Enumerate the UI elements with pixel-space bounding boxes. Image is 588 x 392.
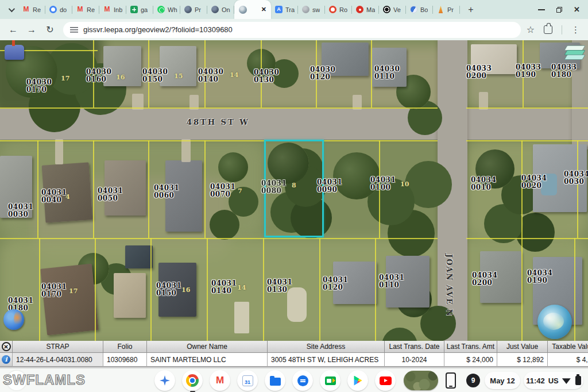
col-just-value: Just Value bbox=[497, 341, 548, 353]
address-bar[interactable]: gissvr.leepa.org/geoview2/?folioid=10309… bbox=[63, 22, 521, 38]
globe-large-icon[interactable] bbox=[537, 305, 572, 339]
mailbox-marker-icon bbox=[5, 45, 24, 60]
parcel-line bbox=[466, 238, 588, 239]
gmail-icon: M bbox=[103, 6, 111, 13]
tab-close-icon[interactable]: ✕ bbox=[261, 6, 266, 13]
tab-ro[interactable]: Ro bbox=[325, 0, 352, 19]
parcel-label: 04030 0150 bbox=[142, 68, 169, 83]
back-button[interactable]: ← bbox=[6, 22, 21, 37]
tab-search-button[interactable] bbox=[3, 2, 18, 17]
tab-active-geoview[interactable]: ✕ bbox=[234, 0, 271, 19]
col-site-address: Site Address bbox=[268, 341, 385, 353]
tab-gmail-re-1[interactable]: MRe bbox=[18, 0, 45, 19]
swflamls-watermark: SWFLAMLS bbox=[3, 372, 86, 388]
bookmark-star-icon[interactable]: ☆ bbox=[527, 24, 535, 35]
lot-number: 16 bbox=[116, 74, 125, 81]
gmail-app-icon[interactable]: M bbox=[210, 370, 230, 391]
files-app-icon[interactable] bbox=[265, 370, 285, 391]
forward-button[interactable]: → bbox=[24, 22, 39, 37]
battery-icon bbox=[575, 376, 581, 385]
parcel-line bbox=[93, 140, 94, 238]
minimize-button[interactable] bbox=[538, 9, 545, 10]
parcel-label: 04033 0190 bbox=[516, 64, 542, 79]
globe-icon bbox=[184, 6, 192, 13]
extensions-icon[interactable] bbox=[544, 25, 552, 34]
restore-button[interactable] bbox=[556, 7, 562, 13]
col-strap: STRAP bbox=[13, 341, 103, 353]
tab-translate[interactable]: ATra bbox=[271, 0, 298, 19]
parcel-label: 04031 0120 bbox=[323, 276, 349, 291]
lot-number: 16 bbox=[181, 286, 190, 294]
tab-label: Re bbox=[87, 6, 95, 13]
browser-menu-icon[interactable]: ⋮ bbox=[571, 25, 580, 35]
play-triangle-icon bbox=[353, 376, 363, 386]
parcel-label: 04030 0160 bbox=[86, 68, 113, 83]
reload-button[interactable]: ↻ bbox=[42, 22, 57, 37]
lot-number: 8 bbox=[292, 182, 296, 189]
date-pill[interactable]: May 12 bbox=[485, 372, 520, 389]
messages-app-icon[interactable] bbox=[292, 370, 313, 391]
status-tray[interactable]: 11:42 US bbox=[524, 372, 583, 389]
assistant-app-icon[interactable] bbox=[154, 370, 175, 391]
col-folio: Folio bbox=[103, 341, 147, 353]
tab-whatsapp[interactable]: Wh bbox=[153, 0, 180, 19]
tab-bo[interactable]: Bo bbox=[406, 0, 433, 19]
person-icon bbox=[437, 6, 444, 13]
driveway bbox=[181, 139, 191, 162]
tab-strip: MRe do MRe MInb ga Wh Pr On ✕ ATra sw Ro… bbox=[0, 0, 588, 19]
parcel-label: 04034 0020 bbox=[521, 175, 548, 190]
tab-gmail-re-2[interactable]: MRe bbox=[72, 0, 99, 19]
parcel-line bbox=[521, 238, 523, 341]
table-close-button[interactable]: ✕ bbox=[2, 342, 11, 351]
tab-label: ga bbox=[141, 6, 148, 13]
notification-badge[interactable]: 9 bbox=[466, 374, 480, 387]
tab-ma[interactable]: Ma bbox=[352, 0, 379, 19]
parcel-line bbox=[263, 238, 264, 341]
youtube-icon bbox=[380, 376, 392, 385]
window-close-button[interactable]: ✕ bbox=[574, 5, 580, 14]
youtube-app-icon[interactable] bbox=[375, 370, 396, 391]
url-text[interactable]: gissvr.leepa.org/geoview2/?folioid=10309… bbox=[83, 25, 233, 34]
red-ring-icon bbox=[329, 6, 336, 13]
tab-ve[interactable]: Ve bbox=[379, 0, 406, 19]
cell-site-address: 3005 48TH ST W, LEHIGH ACRES bbox=[268, 353, 385, 367]
parcel-line bbox=[150, 238, 152, 341]
parcel-label: 04031 0040 bbox=[41, 189, 68, 204]
lot-number: 4 bbox=[65, 193, 70, 201]
play-store-app-icon[interactable] bbox=[347, 370, 368, 391]
globe-small-icon[interactable] bbox=[3, 309, 24, 330]
tab-do[interactable]: do bbox=[45, 0, 72, 19]
tab-gmail-inbox[interactable]: MInb bbox=[99, 0, 126, 19]
geoview-app-pill[interactable] bbox=[404, 371, 438, 390]
gis-aerial-map[interactable]: 04030 0170 04030 0160 04030 0150 04030 0… bbox=[0, 40, 588, 341]
site-settings-icon[interactable] bbox=[70, 26, 78, 33]
parcel-label: 04030 0120 bbox=[310, 66, 336, 81]
meet-app-icon[interactable] bbox=[320, 370, 341, 391]
system-shelf: SWFLAMLS M 31 9 May 12 11:42 US bbox=[0, 368, 588, 392]
table-header-row: ✕ STRAP Folio Owner Name Site Address La… bbox=[0, 341, 588, 353]
parcel-line bbox=[0, 238, 438, 239]
calendar-app-icon[interactable]: 31 bbox=[237, 370, 258, 391]
parcel-label: 04031 0050 bbox=[98, 187, 124, 202]
tab-on[interactable]: On bbox=[207, 0, 234, 19]
parcel-label: 04031 0100 bbox=[370, 176, 397, 191]
tab-pr-1[interactable]: Pr bbox=[180, 0, 207, 19]
tab-pr-2[interactable]: Pr bbox=[433, 0, 460, 19]
tab-sheets[interactable]: ga bbox=[126, 0, 153, 19]
tab-label: Pr bbox=[195, 6, 201, 13]
parcel-label: 04033 0200 bbox=[466, 65, 493, 80]
tab-sw[interactable]: sw bbox=[298, 0, 325, 19]
tab-label: Ma bbox=[366, 6, 375, 13]
chrome-app-icon[interactable] bbox=[182, 370, 203, 391]
parcel-label: 04031 0110 bbox=[379, 274, 405, 289]
chat-bubble-icon bbox=[297, 375, 308, 386]
parcel-line bbox=[466, 140, 588, 141]
layers-3d-icon[interactable] bbox=[566, 45, 585, 62]
cell-folio: 10309680 bbox=[103, 353, 147, 367]
info-icon[interactable]: i bbox=[2, 355, 10, 364]
new-tab-button[interactable]: + bbox=[463, 2, 478, 17]
tab-label: Pr bbox=[447, 6, 454, 13]
time-text: 11:42 bbox=[526, 376, 545, 385]
phone-hub-icon[interactable] bbox=[446, 372, 456, 389]
parcel-line bbox=[574, 238, 575, 341]
